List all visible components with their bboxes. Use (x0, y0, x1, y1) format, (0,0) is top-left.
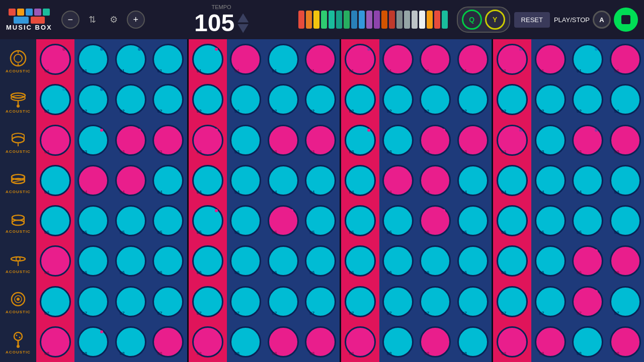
sidebar-item-acoustic4[interactable]: ACOUSTIC (0, 161, 36, 202)
play-stop-indicator[interactable] (614, 8, 638, 32)
grid-section-4: 01 02 03 04 05 06 07 08 01 02 03 04 05 (493, 39, 644, 362)
beat-pad-1-5[interactable]: 05 (36, 201, 74, 241)
beat-pad-1-6[interactable]: 06 (36, 241, 74, 281)
sidebar-item-acoustic5[interactable]: ACOUSTIC (0, 202, 36, 242)
beat-pad-1-8[interactable]: 08 (36, 322, 74, 362)
svg-point-8 (12, 137, 24, 143)
beat-pad-1-4[interactable]: 04 (36, 160, 74, 201)
beat-columns-4: 01 02 03 04 05 06 07 08 01 02 03 04 (531, 39, 644, 362)
logo-sq-2 (17, 9, 24, 16)
sidebar-item-acoustic7[interactable]: ACOUSTIC (0, 282, 36, 322)
color-strip-12[interactable] (381, 11, 387, 29)
color-strip-3[interactable] (313, 11, 319, 29)
svg-point-17 (12, 215, 24, 220)
logo-text: MUSIC BOX (6, 24, 52, 31)
grid-area: 01 02 03 (36, 39, 644, 362)
acoustic3-icon (9, 129, 28, 148)
minus-button[interactable]: − (61, 11, 79, 29)
acoustic8-icon (9, 330, 28, 349)
beat-pad-1-1[interactable]: 01 (36, 39, 74, 79)
color-strip-1[interactable] (298, 11, 304, 29)
color-strip-19[interactable] (434, 11, 440, 29)
stop-square-icon (621, 15, 630, 24)
acoustic5-icon (9, 209, 28, 228)
svg-point-21 (11, 257, 25, 261)
sidebar-item-acoustic2[interactable]: ACOUSTIC (0, 81, 36, 122)
sidebar-item-acoustic1[interactable]: ACOUSTIC (0, 41, 36, 81)
grid-section-3: 01 02 03 04 05 06 07 08 01 02 03 04 05 (341, 39, 494, 362)
acoustic7-icon (9, 290, 28, 309)
color-strip-18[interactable] (427, 11, 433, 29)
logo-sq-4 (34, 9, 41, 16)
beat-columns-1: 01 02 03 04 05 06 07 08 01 02 03 04 (74, 39, 187, 362)
playstop-label: PLAY/STOP (554, 16, 590, 24)
beat-strip-2: 01 02 03 04 05 06 07 08 (189, 39, 227, 362)
sidebar: ACOUSTIC ACOUSTIC (0, 39, 36, 362)
color-strip-10[interactable] (366, 11, 372, 29)
tempo-value: 105 (194, 11, 234, 35)
tempo-down-button[interactable] (237, 24, 249, 33)
beat-strip-3: 01 02 03 04 05 06 07 08 (341, 39, 379, 362)
sidebar-item-acoustic6[interactable]: ACOUSTIC (0, 242, 36, 282)
color-strip-7[interactable] (344, 11, 350, 29)
color-strip-9[interactable] (359, 11, 365, 29)
sidebar-label-8: ACOUSTIC (6, 350, 31, 354)
color-strip-17[interactable] (419, 11, 425, 29)
svg-point-30 (16, 334, 18, 336)
sidebar-item-acoustic8[interactable]: ACOUSTIC (0, 322, 36, 362)
svg-line-16 (13, 180, 23, 182)
svg-point-7 (17, 105, 20, 108)
beat-columns-3: 01 02 03 04 05 06 07 08 01 02 03 04 (379, 39, 492, 362)
sliders-icon[interactable]: ⚙ (106, 12, 122, 28)
logo-squares (9, 9, 50, 16)
color-strip-20[interactable] (442, 11, 448, 29)
color-strip-5[interactable] (329, 11, 335, 29)
beat-strip-4: 01 02 03 04 05 06 07 08 (493, 39, 531, 362)
beat-columns-2: 01 02 03 04 05 06 07 08 01 02 03 04 (227, 39, 340, 362)
right-controls: Q Y RESET PLAY/STOP A (457, 7, 638, 33)
beat-strip-1: 01 02 03 (36, 39, 74, 362)
logo-sq-music (14, 17, 29, 24)
sidebar-label-6: ACOUSTIC (6, 269, 31, 274)
sidebar-label-7: ACOUSTIC (6, 310, 31, 314)
beat-pad-1-3[interactable]: 03 (36, 120, 74, 160)
color-bar (298, 11, 448, 29)
sidebar-label-4: ACOUSTIC (6, 190, 31, 194)
acoustic4-icon (9, 169, 28, 189)
logo-sq-3 (26, 9, 33, 16)
acoustic2-icon (9, 89, 28, 108)
ctrl-q-button[interactable]: Q (462, 10, 482, 30)
beat-pad-1-2[interactable]: 02 (36, 79, 74, 120)
color-strip-2[interactable] (306, 11, 312, 29)
color-strip-14[interactable] (396, 11, 403, 29)
color-strip-6[interactable] (336, 11, 342, 29)
svg-point-31 (19, 336, 21, 338)
topbar: MUSIC BOX − ⇅ ⚙ + TEMPO 105 (0, 0, 644, 39)
color-strip-13[interactable] (389, 11, 395, 29)
sort-icon[interactable]: ⇅ (85, 12, 101, 28)
reset-button[interactable]: RESET (514, 12, 550, 28)
plus-button[interactable]: + (127, 11, 145, 29)
svg-point-20 (12, 220, 24, 225)
sidebar-item-acoustic3[interactable]: ACOUSTIC (0, 122, 36, 162)
logo: MUSIC BOX (6, 9, 52, 31)
color-strip-11[interactable] (374, 11, 380, 29)
grid-section-1: 01 02 03 (36, 39, 189, 362)
sidebar-label-3: ACOUSTIC (6, 149, 31, 154)
beat-pad-1-7[interactable]: 07 (36, 282, 74, 322)
main-content: ACOUSTIC ACOUSTIC (0, 39, 644, 362)
ctrl-a-button[interactable]: A (593, 11, 611, 29)
color-strip-4[interactable] (321, 11, 327, 29)
svg-point-29 (17, 345, 20, 348)
color-strip-16[interactable] (412, 11, 418, 29)
logo-sq-5 (43, 9, 50, 16)
tempo-up-button[interactable] (237, 14, 249, 23)
acoustic1-icon (9, 49, 28, 68)
color-strip-8[interactable] (351, 11, 357, 29)
svg-point-1 (14, 54, 22, 62)
ctrl-y-button[interactable]: Y (485, 10, 505, 30)
color-strip-15[interactable] (404, 11, 410, 29)
acoustic6-icon (9, 249, 28, 268)
grid-section-2: 01 02 03 04 05 06 07 08 01 02 03 04 05 (189, 39, 341, 362)
sidebar-label-1: ACOUSTIC (6, 69, 31, 73)
